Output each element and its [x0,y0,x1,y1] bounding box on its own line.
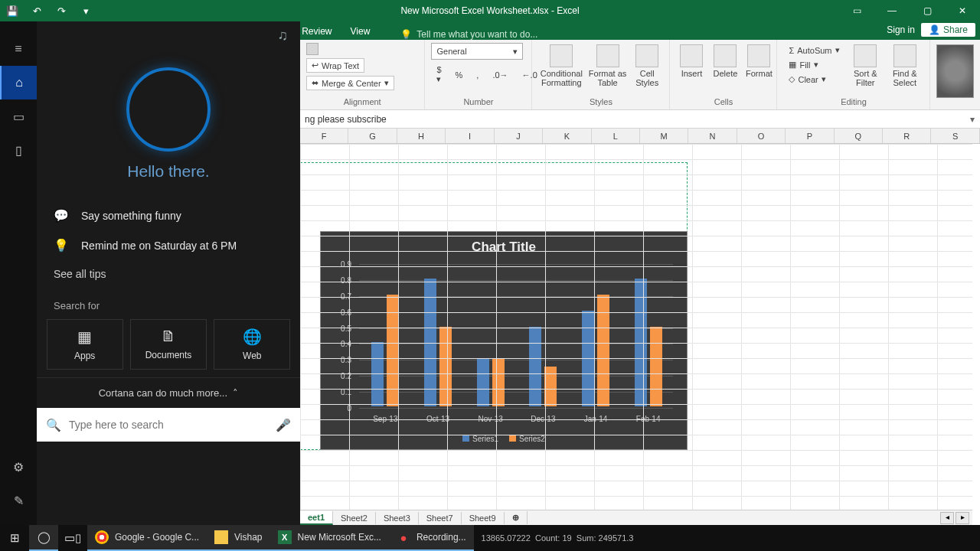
col-header-R[interactable]: R [883,129,931,143]
search-documents-button[interactable]: 🗎Documents [130,319,207,370]
fill-button[interactable]: ▦ Fill ▾ [783,57,844,72]
cortana-more-link[interactable]: Cortana can do much more... ˄ [37,377,300,408]
col-header-N[interactable]: N [688,129,737,143]
sheet-tab-active[interactable]: eet1 [300,511,333,525]
conditional-formatting-button[interactable]: Conditional Formatting [538,43,584,89]
col-header-K[interactable]: K [543,129,591,143]
undo-icon[interactable]: ↶ [29,3,44,18]
percent-icon[interactable]: % [450,63,469,86]
taskbar-folder[interactable]: Vishap [207,525,270,551]
tip-reminder[interactable]: 💡Remind me on Saturday at 6 PM [37,230,300,260]
embedded-chart[interactable]: Chart Title 00.10.20.30.40.50.60.70.80.9… [320,231,688,450]
bar-Series1-Sep-13[interactable] [371,342,384,406]
hscroll-right-icon[interactable]: ▸ [956,512,969,524]
find-select-button[interactable]: Find & Select [886,43,923,89]
cortana-greeting: Hello there. [37,162,300,181]
align-icon[interactable] [306,43,318,55]
autosum-button[interactable]: Σ AutoSum ▾ [783,43,844,57]
sort-filter-button[interactable]: Sort & Filter [848,43,884,89]
legend-Series2[interactable]: Series2 [509,435,545,443]
rail-settings-icon[interactable]: ⚙ [0,450,37,484]
col-header-S[interactable]: S [931,129,979,143]
save-icon[interactable]: 💾 [5,3,20,18]
tell-me-input[interactable]: 💡 Tell me what you want to do... [400,29,537,40]
inc-decimal-icon[interactable]: .0→ [487,63,513,86]
share-button[interactable]: 👤 Share [921,23,975,37]
sheet-tab-9[interactable]: Sheet9 [462,512,505,524]
merge-center-button[interactable]: ⬌ Merge & Center ▾ [306,76,394,90]
col-header-L[interactable]: L [592,129,640,143]
taskbar-chrome[interactable]: Google - Google C... [87,525,207,551]
microphone-icon[interactable]: 🎤 [276,418,291,432]
bar-Series1-Dec-13[interactable] [529,327,541,406]
format-cells-button[interactable]: Format [743,43,774,80]
search-apps-button[interactable]: ▦Apps [47,319,123,370]
col-header-O[interactable]: O [737,129,786,143]
bar-Series1-Nov-13[interactable] [477,358,489,406]
cortana-search-input[interactable] [69,419,268,431]
sheet-tab-7[interactable]: Sheet7 [419,512,462,524]
clear-label: Clear [798,75,818,84]
sheet-tab-3[interactable]: Sheet3 [376,512,419,524]
rail-notebook-icon[interactable]: ▭ [0,99,37,133]
add-sheet-button[interactable]: ⊕ [505,511,528,524]
windows-icon: ⊞ [8,531,21,545]
format-as-table-button[interactable]: Format as Table [587,43,628,89]
rail-devices-icon[interactable]: ▯ [0,133,37,167]
rail-home-icon[interactable]: ⌂ [0,66,37,99]
globe-icon: 🌐 [243,328,262,346]
formula-input[interactable]: ng please subscribe [300,112,965,126]
col-header-M[interactable]: M [640,129,688,143]
col-header-P[interactable]: P [786,129,834,143]
start-button[interactable]: ⊞ [0,525,29,551]
cell-styles-button[interactable]: Cell Styles [631,43,663,89]
tip-funny[interactable]: 💬Say something funny [37,201,300,230]
rail-menu-icon[interactable]: ≡ [0,32,37,66]
close-icon[interactable]: ✕ [945,0,980,21]
bar-Series2-Feb-14[interactable] [650,327,662,406]
hscroll-left-icon[interactable]: ◂ [940,512,954,524]
minimize-icon[interactable]: — [874,0,910,21]
worksheet-grid[interactable]: Chart Title 00.10.20.30.40.50.60.70.80.9… [300,144,972,511]
ribbon-options-icon[interactable]: ▭ [839,0,874,21]
maximize-icon[interactable]: ▢ [910,0,945,21]
chart-legend[interactable]: Series1Series2 [321,435,687,443]
col-header-Q[interactable]: Q [835,129,883,143]
clear-button[interactable]: ◇ Clear ▾ [783,72,844,86]
col-header-H[interactable]: H [397,129,446,143]
legend-Series1[interactable]: Series1 [462,435,498,443]
addin-dragon-icon[interactable] [936,44,974,98]
search-web-button[interactable]: 🌐Web [214,319,290,370]
sign-in-link[interactable]: Sign in [887,24,915,35]
see-all-tips-link[interactable]: See all tips [37,260,300,288]
cortana-taskbar-button[interactable]: ◯ [29,525,58,551]
comma-icon[interactable]: , [471,63,484,86]
bar-Series2-Jan-14[interactable] [597,295,609,406]
music-icon[interactable]: ♫ [278,28,289,44]
expand-fx-icon[interactable]: ▾ [965,114,980,125]
tab-view[interactable]: View [341,23,380,40]
col-header-J[interactable]: J [495,129,543,143]
delete-cells-button[interactable]: Delete [710,43,740,80]
qat-custom-icon[interactable]: ▾ [78,3,93,18]
bar-Series2-Sep-13[interactable] [387,295,399,406]
taskbar-recording[interactable]: ●Recording... [389,525,474,551]
number-format-dropdown[interactable]: General▾ [431,43,523,60]
bar-Series2-Dec-13[interactable] [544,367,557,406]
bar-Series2-Oct-13[interactable] [439,327,452,406]
col-header-F[interactable]: F [300,129,348,143]
sheet-tab-2[interactable]: Sheet2 [333,512,376,524]
autosum-label: AutoSum [797,46,831,55]
col-header-G[interactable]: G [348,129,397,143]
wrap-text-button[interactable]: ↩ Wrap Text [306,58,364,73]
excel-label: New Microsoft Exc... [298,532,381,543]
currency-icon[interactable]: $ ▾ [431,63,446,86]
rail-feedback-icon[interactable]: ✎ [0,484,37,517]
task-view-button[interactable]: ▭▯ [58,525,87,551]
insert-cells-button[interactable]: Insert [676,43,707,80]
bar-Series2-Nov-13[interactable] [492,358,505,406]
redo-icon[interactable]: ↷ [54,3,69,18]
taskbar-excel[interactable]: XNew Microsoft Exc... [270,525,389,551]
col-header-I[interactable]: I [446,129,494,143]
apps-label: Apps [74,350,95,361]
